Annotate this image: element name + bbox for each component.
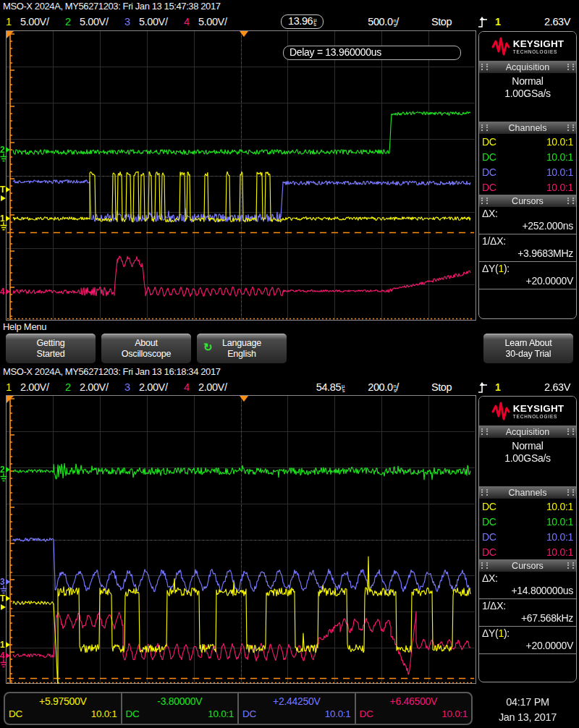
ch3-number[interactable]: 3 xyxy=(124,16,130,27)
ch2-scale[interactable]: 2.00V/ xyxy=(80,381,109,393)
ch1-scale[interactable]: 5.00V/ xyxy=(20,16,49,27)
ch4-scale[interactable]: 5.00V/ xyxy=(198,16,227,27)
grip-icon xyxy=(567,64,574,70)
scope-capture-2: MSO-X 2024A, MY56271203: Fri Jan 13 16:1… xyxy=(0,365,579,728)
sample-rate: 1.00GSa/s xyxy=(479,452,576,465)
waveform-display: Delay = 13.960000us xyxy=(0,30,477,321)
brand-sub: TECHNOLOGIES xyxy=(513,49,565,54)
keysight-spark-icon xyxy=(491,402,510,420)
cursor-inv-delta-x: 1/ΔX:+3.9683MHz xyxy=(479,234,576,262)
ch3-settings-row[interactable]: DC10.0:1 xyxy=(479,529,576,544)
scope-title: MSO-X 2024A, MY56271203: Fri Jan 13 15:4… xyxy=(3,1,221,12)
grip-icon xyxy=(567,198,574,204)
acquisition-info: Normal 1.00GSa/s xyxy=(479,438,576,486)
trigger-slope-icon xyxy=(478,382,488,394)
grip-icon xyxy=(567,562,574,569)
ch1-measurement: +5.97500V DC10.0:1 xyxy=(5,693,122,724)
ch1-scale[interactable]: 2.00V/ xyxy=(20,381,49,393)
acquisition-header[interactable]: Acquisition xyxy=(479,61,576,73)
keysight-logo: KEYSIGHTTECHNOLOGIES xyxy=(479,32,576,61)
acquisition-info: Normal 1.00GSa/s xyxy=(479,73,576,122)
ch4-number[interactable]: 4 xyxy=(184,381,190,393)
grip-icon xyxy=(567,124,574,131)
brand-name: KEYSIGHT xyxy=(513,39,565,49)
waveform-canvas xyxy=(0,395,477,684)
ch1-settings-row[interactable]: DC10.0:1 xyxy=(479,134,576,149)
ch2-number[interactable]: 2 xyxy=(65,381,71,393)
cursor-delta-x: ΔX:+252.000ns xyxy=(479,207,576,234)
softkey-learn-about-trial[interactable]: Learn About30-day Trial xyxy=(483,334,573,363)
cursor-readouts: ΔX:+14.800000us 1/ΔX:+67.568kHz ΔY(1):+2… xyxy=(479,572,576,682)
timebase-unit: µs xyxy=(313,18,316,27)
cursor-delta-y: ΔY(1):+20.0000V xyxy=(479,262,576,289)
keysight-logo: KEYSIGHTTECHNOLOGIES xyxy=(479,397,576,426)
channel-settings-list: DC10.0:1 DC10.0:1 DC10.0:1 DC10.0:1 xyxy=(479,499,576,559)
ch3-settings-row[interactable]: DC10.0:1 xyxy=(479,164,576,179)
sample-rate: 1.00GSa/s xyxy=(479,88,576,100)
ch3-scale[interactable]: 2.00V/ xyxy=(139,381,168,393)
status-bar: 1 2.00V/ 2 2.00V/ 3 2.00V/ 4 2.00V/ 54.8… xyxy=(0,380,579,396)
channel-settings-list: DC10.0:1 DC10.0:1 DC10.0:1 DC10.0:1 xyxy=(479,134,576,195)
acquisition-mode: Normal xyxy=(479,440,576,452)
oscilloscope-screenshots-page: MSO-X 2024A, MY56271203: Fri Jan 13 15:4… xyxy=(0,0,579,728)
cursors-header[interactable]: Cursors xyxy=(479,195,576,207)
grip-icon xyxy=(481,64,488,70)
ch2-settings-row[interactable]: DC10.0:1 xyxy=(479,514,576,529)
time-per-div[interactable]: 500.0ns/ xyxy=(352,16,399,28)
ch4-settings-row[interactable]: DC10.0:1 xyxy=(479,179,576,195)
clock-date: Jan 13, 2017 xyxy=(478,710,578,725)
ch4-measurement: +6.46500V DC10.0:1 xyxy=(356,693,472,724)
grip-icon xyxy=(481,489,488,496)
run-state[interactable]: Stop xyxy=(420,381,463,393)
ch3-scale[interactable]: 5.00V/ xyxy=(139,16,168,27)
grip-icon xyxy=(567,489,574,496)
ch2-scale[interactable]: 5.00V/ xyxy=(80,16,109,27)
softkey-getting-started[interactable]: GettingStarted xyxy=(6,334,96,363)
cursor-readouts: ΔX:+252.000ns 1/ΔX:+3.9683MHz ΔY(1):+20.… xyxy=(479,207,576,318)
brand-sub: TECHNOLOGIES xyxy=(513,414,565,419)
keysight-spark-icon xyxy=(491,37,510,56)
ch4-scale[interactable]: 2.00V/ xyxy=(198,381,227,393)
language-refresh-icon: ↻ xyxy=(203,342,212,352)
ch1-settings-row[interactable]: DC10.0:1 xyxy=(479,499,576,514)
channels-header[interactable]: Channels xyxy=(479,122,576,134)
softkey-about-oscilloscope[interactable]: AboutOscilloscope xyxy=(101,334,191,363)
clock: 04:17 PM Jan 13, 2017 xyxy=(478,695,578,725)
acquisition-header[interactable]: Acquisition xyxy=(479,426,576,438)
ch1-number[interactable]: 1 xyxy=(6,16,12,27)
grip-icon xyxy=(567,428,574,435)
clock-time: 04:17 PM xyxy=(478,695,578,710)
grip-icon xyxy=(481,428,488,435)
trigger-level[interactable]: 2.63V xyxy=(527,381,570,393)
timebase-delay-box[interactable]: 13.96µs xyxy=(281,14,324,29)
cursor-delta-y: ΔY(1):+20.0000V xyxy=(479,627,576,654)
grip-icon xyxy=(481,198,488,204)
side-panel: KEYSIGHTTECHNOLOGIES Acquisition Normal … xyxy=(478,396,577,682)
waveform-canvas xyxy=(0,30,477,321)
acquisition-mode: Normal xyxy=(479,75,576,88)
ch4-number[interactable]: 4 xyxy=(184,16,190,27)
ch2-settings-row[interactable]: DC10.0:1 xyxy=(479,149,576,164)
timebase-value: 13.96 xyxy=(288,15,313,27)
brand-name: KEYSIGHT xyxy=(513,404,565,414)
trigger-source[interactable]: 1 xyxy=(495,16,501,27)
trigger-source[interactable]: 1 xyxy=(495,381,501,393)
side-panel: KEYSIGHTTECHNOLOGIES Acquisition Normal … xyxy=(478,31,577,319)
ch2-number[interactable]: 2 xyxy=(65,16,71,27)
ch3-number[interactable]: 3 xyxy=(124,381,130,393)
run-state[interactable]: Stop xyxy=(420,16,463,27)
waveform-display xyxy=(0,395,477,684)
ch4-settings-row[interactable]: DC10.0:1 xyxy=(479,544,576,559)
measurement-bar: +5.97500V DC10.0:1 -3.80000V DC10.0:1 +2… xyxy=(4,692,473,725)
time-per-div[interactable]: 200.0ns/ xyxy=(352,381,399,394)
softkey-language[interactable]: ↻LanguageEnglish xyxy=(197,334,287,363)
cursors-header[interactable]: Cursors xyxy=(479,559,576,572)
channels-header[interactable]: Channels xyxy=(479,486,576,499)
grip-icon xyxy=(481,124,488,131)
timebase-delay[interactable]: 54.85µs xyxy=(292,381,345,394)
scope-capture-1: MSO-X 2024A, MY56271203: Fri Jan 13 15:4… xyxy=(0,0,579,365)
ch3-measurement: +2.44250V DC10.0:1 xyxy=(239,693,356,724)
cursor-inv-delta-x: 1/ΔX:+67.568kHz xyxy=(479,599,576,627)
ch1-number[interactable]: 1 xyxy=(6,381,12,393)
trigger-level[interactable]: 2.63V xyxy=(527,16,570,27)
